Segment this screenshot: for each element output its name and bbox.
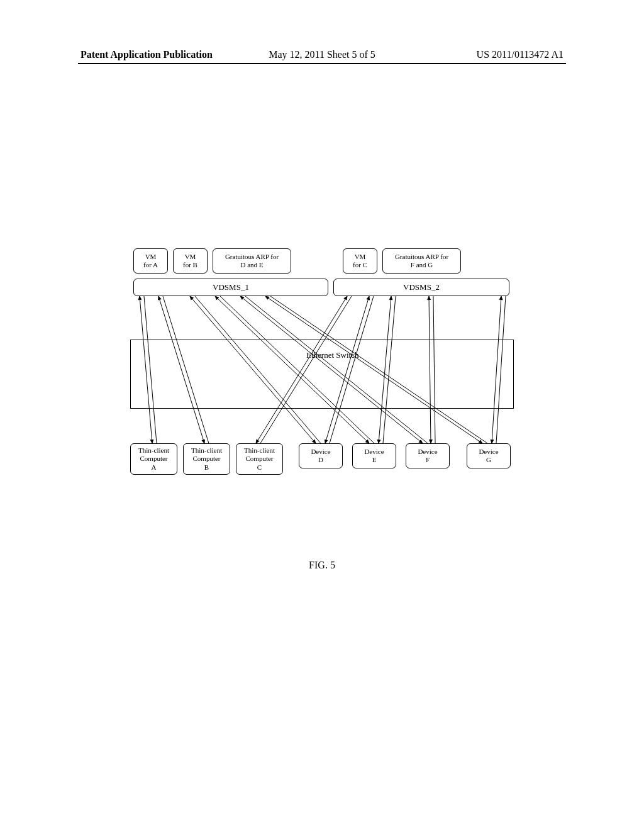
vm-c-box: VMfor C: [343, 248, 377, 274]
svg-line-3: [163, 296, 209, 443]
vm-b-box: VMfor B: [173, 248, 208, 274]
svg-line-2: [158, 296, 204, 443]
vm-a-box: VMfor A: [133, 248, 168, 274]
arp-de-box: Gratuitous ARP forD and E: [213, 248, 291, 274]
thin-client-a-box: Thin-clientComputerA: [130, 443, 177, 475]
device-f-box: DeviceF: [406, 443, 450, 468]
svg-line-10: [265, 296, 482, 443]
svg-line-6: [215, 296, 369, 443]
header-center: May 12, 2011 Sheet 5 of 5: [269, 49, 375, 60]
device-d-box: DeviceD: [299, 443, 343, 468]
thin-client-c-box: Thin-clientComputerC: [236, 443, 283, 475]
header-divider: [78, 63, 566, 64]
svg-line-13: [260, 296, 352, 443]
page-header: Patent Application Publication May 12, 2…: [0, 49, 644, 60]
thin-client-b-box: Thin-clientComputerB: [183, 443, 230, 475]
ethernet-switch-label: Ethernet Switch: [306, 350, 358, 360]
header-left: Patent Application Publication: [80, 49, 213, 60]
svg-line-11: [270, 296, 487, 443]
vdsms2-box: VDSMS_2: [333, 279, 509, 296]
header-right: US 2011/0113472 A1: [477, 49, 564, 60]
svg-line-20: [492, 296, 501, 443]
figure-label: FIG. 5: [309, 560, 335, 571]
device-g-box: DeviceG: [467, 443, 511, 468]
arp-fg-box: Gratuitous ARP forF and G: [382, 248, 461, 274]
vdsms1-box: VDSMS_1: [133, 279, 328, 296]
device-e-box: DeviceE: [352, 443, 396, 468]
svg-line-18: [429, 296, 431, 443]
svg-line-19: [433, 296, 435, 443]
network-diagram: VMfor A VMfor B Gratuitous ARP forD and …: [130, 248, 514, 503]
svg-line-21: [496, 296, 506, 443]
